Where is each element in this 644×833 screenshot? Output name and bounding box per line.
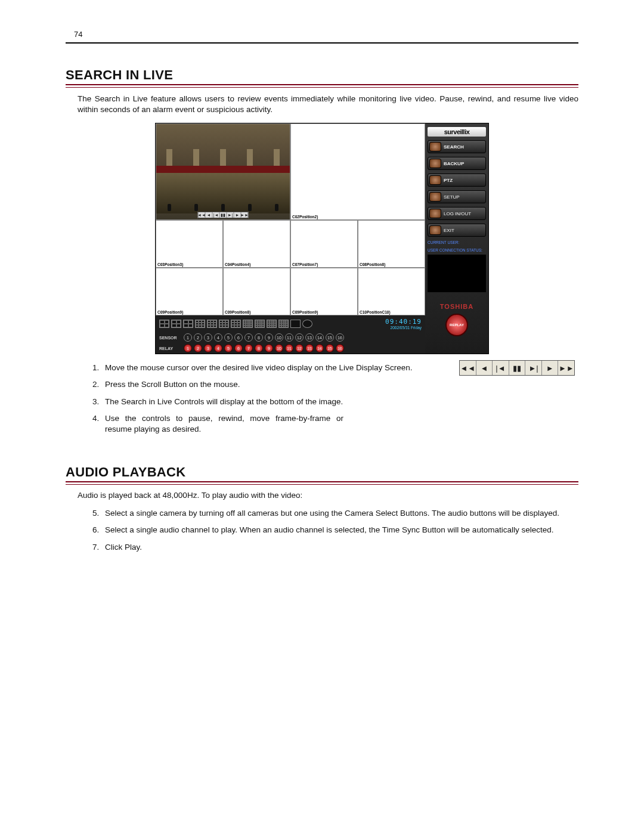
list-item: The Search in Live Controls will display…	[101, 397, 343, 407]
camera-cell[interactable]: C09Position8)	[223, 268, 290, 315]
layout-icon[interactable]	[171, 320, 181, 328]
ptz-icon	[429, 175, 441, 185]
brand-logo: surveillix	[428, 127, 486, 137]
time-display: 09:40:19	[385, 318, 422, 326]
search-lead: The Search in Live feature allows users …	[78, 94, 578, 114]
list-item: Select a single audio channel to play. W…	[101, 525, 578, 535]
play-icon[interactable]: ►	[542, 361, 559, 375]
login-icon	[429, 209, 441, 218]
rewind-fast-icon[interactable]: ◄◄	[199, 212, 206, 218]
relay-button[interactable]: 1	[184, 344, 192, 352]
camera-cell[interactable]: C08Position8)	[358, 220, 425, 268]
camera-cell[interactable]: C10PositionC10)	[358, 268, 425, 315]
list-item: Click Play.	[101, 542, 578, 553]
cycle-icon[interactable]	[302, 320, 312, 328]
layout-icon[interactable]	[183, 320, 193, 328]
relay-row: RELAY 12345678910111213141516	[156, 343, 425, 354]
camera-cell[interactable]: C03Position3)	[156, 220, 223, 268]
pause-icon[interactable]: ▮▮	[220, 212, 227, 218]
camera-cell[interactable]: C09Position9)	[156, 268, 223, 315]
date-display: 2002/05/31 Friday	[385, 326, 422, 330]
rewind-icon[interactable]: ◄	[206, 212, 213, 218]
camera-cell[interactable]: C09Position9)	[290, 268, 358, 315]
list-item: Select a single camera by turning off al…	[101, 508, 578, 519]
mini-preview	[428, 255, 486, 292]
ptz-button[interactable]: PTZ	[428, 174, 486, 187]
dvr-screenshot: ◄◄ ◄ |◄ ▮▮ ►| ► ►► C02Position2) C03Posi…	[155, 123, 489, 354]
exit-button[interactable]: EXIT	[428, 224, 486, 237]
audio-steps: Select a single camera by turning off al…	[83, 508, 578, 553]
layout-buttons: 09:40:19 2002/05/31 Friday	[156, 315, 425, 332]
layout-icon[interactable]	[195, 320, 205, 328]
rule	[66, 84, 578, 88]
page-number: 74	[74, 30, 578, 39]
setup-button[interactable]: SETUP	[428, 190, 486, 203]
backup-button[interactable]: BACKUP	[428, 157, 486, 170]
backup-icon	[429, 159, 441, 168]
layout-icon[interactable]	[219, 320, 229, 328]
camera-cell-1[interactable]: ◄◄ ◄ |◄ ▮▮ ►| ► ►►	[156, 123, 290, 220]
pause-icon[interactable]: ▮▮	[509, 361, 526, 375]
rewind-fast-icon[interactable]: ◄◄	[460, 361, 476, 375]
layout-icon[interactable]	[159, 320, 169, 328]
conn-status: USER CONNECTION STATUS:	[428, 248, 486, 252]
replay-button[interactable]: REPLAY	[445, 314, 468, 336]
frame-fwd-icon[interactable]: ►|	[227, 212, 234, 218]
layout-icon[interactable]	[231, 320, 241, 328]
fullscreen-icon[interactable]	[290, 320, 301, 328]
camera-cell-2[interactable]: C02Position2)	[290, 123, 425, 220]
audio-title: AUDIO PLAYBACK	[66, 465, 578, 480]
layout-icon[interactable]	[278, 320, 289, 328]
fwd-fast-icon[interactable]: ►►	[242, 212, 248, 218]
exit-icon	[429, 225, 441, 235]
top-rule	[66, 42, 578, 44]
playback-controls-figure: ◄◄ ◄ |◄ ▮▮ ►| ► ►►	[459, 360, 575, 376]
playback-bar[interactable]: ◄◄ ◄ |◄ ▮▮ ►| ► ►►	[198, 212, 249, 218]
search-title: SEARCH IN LIVE	[66, 67, 578, 83]
layout-icon[interactable]	[267, 320, 277, 328]
toshiba-logo: TOSHIBA	[428, 303, 486, 310]
sensor-button[interactable]: 1	[184, 333, 192, 342]
list-item: Press the Scroll Button on the mouse.	[101, 379, 578, 390]
layout-icon[interactable]	[255, 320, 265, 328]
frame-back-icon[interactable]: |◄	[493, 361, 509, 375]
rewind-icon[interactable]: ◄	[476, 361, 493, 375]
login-button[interactable]: LOG IN/OUT	[428, 207, 486, 220]
frame-fwd-icon[interactable]: ►|	[525, 361, 542, 375]
camera-cell[interactable]: C04Position4)	[223, 220, 290, 268]
search-icon	[429, 142, 441, 151]
fwd-fast-icon[interactable]: ►►	[558, 361, 574, 375]
camera-cell[interactable]: C07Position7)	[290, 220, 358, 268]
rule	[66, 481, 578, 485]
search-button[interactable]: SEARCH	[428, 140, 486, 153]
current-user: CURRENT USER:	[428, 240, 486, 244]
layout-icon[interactable]	[243, 320, 253, 328]
sensor-row: SENSOR 12345678910111213141516	[156, 332, 425, 343]
setup-icon	[429, 192, 441, 202]
list-item: Use the controls to pause, rewind, move …	[101, 413, 343, 435]
layout-icon[interactable]	[207, 320, 217, 328]
audio-intro: Audio is played back at 48,000Hz. To pla…	[78, 491, 578, 500]
frame-back-icon[interactable]: |◄	[213, 212, 220, 218]
